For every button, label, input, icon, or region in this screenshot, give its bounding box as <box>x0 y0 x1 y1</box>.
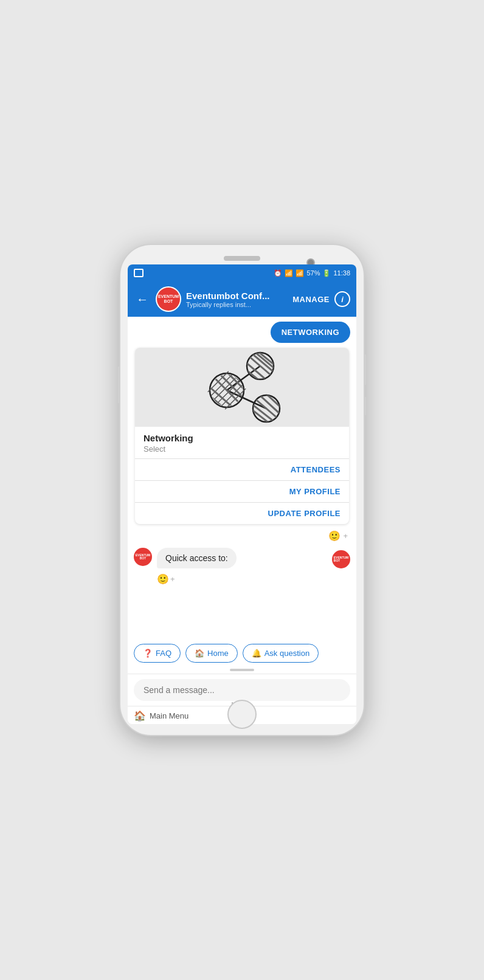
volume-down-button <box>364 397 366 415</box>
info-button[interactable]: i <box>334 291 350 307</box>
alarm-icon: ⏰ <box>274 269 282 277</box>
manage-button[interactable]: MANAGE <box>292 295 330 304</box>
faq-label: FAQ <box>156 649 171 658</box>
my-profile-button[interactable]: MY PROFILE <box>289 487 341 496</box>
bot-avatar: EVENTUM BOT <box>156 286 181 312</box>
networking-top-button[interactable]: NETWORKING <box>271 322 350 343</box>
status-left <box>134 269 143 277</box>
card-image <box>135 348 349 427</box>
power-button <box>364 354 366 385</box>
ask-question-button[interactable]: 🔔 Ask question <box>243 644 319 663</box>
bot-bubble: Quick access to: <box>157 548 237 568</box>
quick-buttons-row: ❓ FAQ 🏠 Home 🔔 Ask question <box>128 640 356 666</box>
app-bar-info: Eventumbot Conf... Typically replies ins… <box>186 291 288 308</box>
photo-icon <box>134 269 143 277</box>
speaker <box>224 256 260 261</box>
card-action-updateprofile: UPDATE PROFILE <box>135 503 349 524</box>
scroll-indicator <box>128 666 356 674</box>
status-bar: ⏰ 📶 📶 57% 🔋 11:38 <box>128 264 356 281</box>
wifi-icon: 📶 <box>285 269 293 277</box>
ask-icon: 🔔 <box>252 649 261 658</box>
bot-name-line2: BOT <box>164 299 173 304</box>
user-avatar-right: EVENTUMBOT <box>332 550 350 568</box>
volume-up-button <box>118 367 120 403</box>
bot-emoji-icon: 🙂 <box>157 573 169 585</box>
home-label: Home <box>207 649 229 658</box>
faq-icon: ❓ <box>143 649 153 658</box>
emoji-reaction-row[interactable]: 🙂 + <box>134 529 350 543</box>
battery-icon: 🔋 <box>322 269 331 277</box>
battery-percent: 57% <box>306 269 320 277</box>
phone-frame: ⏰ 📶 📶 57% 🔋 11:38 ← EVENTUM BOT Eventumb… <box>120 245 364 735</box>
update-profile-button[interactable]: UPDATE PROFILE <box>268 509 341 518</box>
bot-emoji-row[interactable]: 🙂 + <box>157 573 350 585</box>
card-subtitle: Select <box>143 444 341 454</box>
scroll-bar <box>230 669 254 671</box>
bottom-menu-label[interactable]: Main Menu <box>150 711 188 720</box>
faq-button[interactable]: ❓ FAQ <box>134 644 181 663</box>
card-body: Networking Select <box>135 427 349 458</box>
time-display: 11:38 <box>333 269 350 277</box>
bot-mini-label: EVENTUMBOT <box>136 554 150 561</box>
svg-line-30 <box>257 385 294 419</box>
card-action-myprofile: MY PROFILE <box>135 481 349 503</box>
network-graph-svg <box>181 348 303 427</box>
emoji-add-icon: + <box>343 531 348 540</box>
bot-message-row: EVENTUMBOT Quick access to: EVENTUMBOT <box>134 548 350 568</box>
emoji-reaction-icon: 🙂 <box>328 530 341 542</box>
home-physical-button[interactable] <box>227 700 257 729</box>
attendees-button[interactable]: ATTENDEES <box>291 465 341 474</box>
bottom-home-icon: 🏠 <box>134 710 146 722</box>
app-bar-subtitle: Typically replies inst... <box>186 301 288 308</box>
bot-avatar-inner: EVENTUM BOT <box>157 288 180 311</box>
message-input[interactable] <box>134 679 350 701</box>
ask-label: Ask question <box>264 649 309 658</box>
svg-line-24 <box>230 357 275 393</box>
chat-area: NETWORKING <box>128 317 356 640</box>
app-bar-title: Eventumbot Conf... <box>186 291 288 301</box>
app-bar: ← EVENTUM BOT Eventumbot Conf... Typical… <box>128 281 356 317</box>
networking-card: Networking Select ATTENDEES MY PROFILE U… <box>135 348 349 524</box>
card-title: Networking <box>143 433 341 443</box>
bot-name-line1: EVENTUM <box>158 294 179 299</box>
status-right: ⏰ 📶 📶 57% 🔋 11:38 <box>274 269 350 277</box>
home-button-chat[interactable]: 🏠 Home <box>185 644 238 663</box>
home-icon: 🏠 <box>195 649 204 658</box>
signal-icon: 📶 <box>296 269 304 277</box>
bot-emoji-add: + <box>170 575 175 584</box>
back-button[interactable]: ← <box>134 290 151 309</box>
card-action-attendees: ATTENDEES <box>135 459 349 481</box>
bot-avatar-small: EVENTUMBOT <box>134 548 152 566</box>
phone-screen: ⏰ 📶 📶 57% 🔋 11:38 ← EVENTUM BOT Eventumb… <box>128 264 356 724</box>
